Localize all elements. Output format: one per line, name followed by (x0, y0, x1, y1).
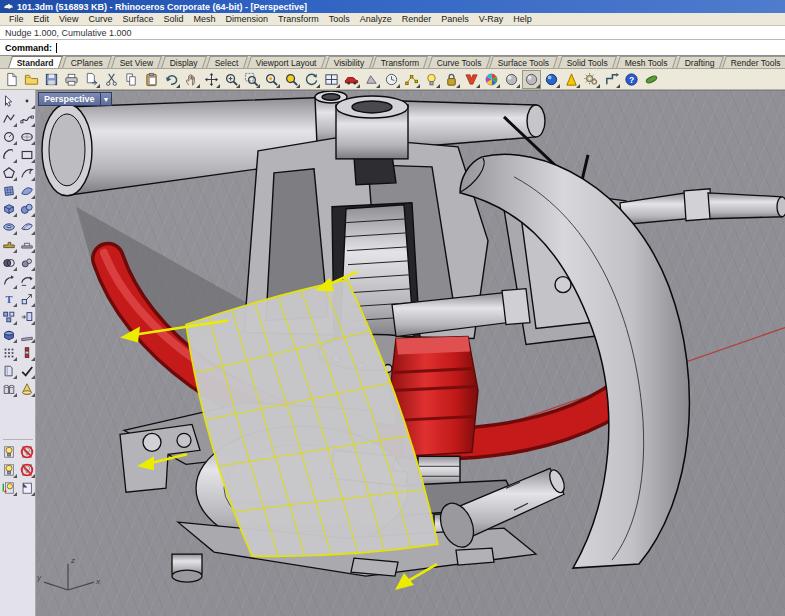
undo-button[interactable] (162, 70, 181, 89)
options-button[interactable] (582, 70, 601, 89)
new-file-button[interactable] (2, 70, 21, 89)
print-button[interactable] (62, 70, 81, 89)
render-button[interactable] (502, 70, 521, 89)
surface-from-points-button[interactable] (1, 183, 17, 199)
grasshopper-button[interactable] (642, 70, 661, 89)
menu-analyze[interactable]: Analyze (355, 14, 397, 24)
show-objects-button[interactable] (422, 70, 441, 89)
tab-transform[interactable]: Transform (372, 56, 428, 68)
sphere-button[interactable] (19, 201, 35, 217)
tab-curve-tools[interactable]: Curve Tools (428, 56, 491, 68)
hatch-button[interactable] (19, 327, 35, 343)
render-current-button[interactable] (522, 70, 541, 89)
menu-edit[interactable]: Edit (29, 14, 55, 24)
copy-to-clipboard-button[interactable] (122, 70, 141, 89)
point-grid-button[interactable] (1, 345, 17, 361)
box-button[interactable] (1, 201, 17, 217)
adjustable-curve-blend-button[interactable] (1, 273, 17, 289)
fillet-surface-button[interactable] (1, 237, 17, 253)
circle-button[interactable] (1, 129, 17, 145)
tab-set-view[interactable]: Set View (111, 56, 162, 68)
torus-button[interactable] (1, 219, 17, 235)
block-insert-button[interactable] (19, 309, 35, 325)
command-line[interactable]: Command: (0, 40, 785, 56)
tab-surface-tools[interactable]: Surface Tools (489, 56, 558, 68)
render-region-button[interactable] (562, 70, 581, 89)
cylinder-button[interactable] (1, 381, 17, 397)
cone-button[interactable] (19, 381, 35, 397)
named-views-button[interactable] (342, 70, 361, 89)
command-input[interactable] (57, 42, 780, 54)
tab-standard[interactable]: Standard (8, 56, 63, 68)
export-selected-button[interactable] (82, 70, 101, 89)
duplicate-border-button[interactable] (1, 363, 17, 379)
polyline-button[interactable] (1, 111, 17, 127)
undo-view-change-button[interactable] (302, 70, 321, 89)
tab-display[interactable]: Display (161, 56, 207, 68)
menu-render[interactable]: Render (397, 14, 437, 24)
tab-mesh-tools[interactable]: Mesh Tools (616, 56, 677, 68)
tab-viewport-layout[interactable]: Viewport Layout (247, 56, 326, 68)
save-file-button[interactable] (42, 70, 61, 89)
menu-transform[interactable]: Transform (273, 14, 324, 24)
layer-state-button[interactable] (19, 345, 35, 361)
open-file-button[interactable] (22, 70, 41, 89)
ellipse-button[interactable] (19, 129, 35, 145)
tab-solid-tools[interactable]: Solid Tools (558, 56, 617, 68)
menu-dimension[interactable]: Dimension (220, 14, 273, 24)
curve-control-points-button[interactable] (19, 111, 35, 127)
menu-tools[interactable]: Tools (324, 14, 355, 24)
rectangle-button[interactable] (19, 147, 35, 163)
surface-sweep-button[interactable] (19, 183, 35, 199)
show-selected-button[interactable] (1, 462, 17, 478)
cut-button[interactable] (102, 70, 121, 89)
viewport-menu-chevron-icon[interactable]: ▼ (100, 93, 112, 105)
menu-mesh[interactable]: Mesh (188, 14, 220, 24)
tab-visibility[interactable]: Visibility (325, 56, 373, 68)
rotate-3d-button[interactable] (19, 273, 35, 289)
object-color-button[interactable] (482, 70, 501, 89)
zoom-selected-button[interactable] (262, 70, 281, 89)
tab-cplanes[interactable]: CPlanes (62, 56, 112, 68)
zoom-window-button[interactable] (242, 70, 261, 89)
chamfer-surface-button[interactable] (19, 237, 35, 253)
menu-solid[interactable]: Solid (158, 14, 188, 24)
vray-render-button[interactable] (462, 70, 481, 89)
blend-curve-button[interactable] (19, 165, 35, 181)
text-object-button[interactable]: T (1, 291, 17, 307)
shade-view-button[interactable] (362, 70, 381, 89)
single-point-button[interactable] (19, 93, 35, 109)
hide-selected-button[interactable] (19, 462, 35, 478)
menu-curve[interactable]: Curve (83, 14, 117, 24)
tab-drafting[interactable]: Drafting (676, 56, 724, 68)
orient-button[interactable] (19, 291, 35, 307)
pan-view-button[interactable] (182, 70, 201, 89)
swap-hidden-button[interactable] (1, 480, 17, 496)
boolean-difference-button[interactable] (19, 255, 35, 271)
zoom-extents-button[interactable] (282, 70, 301, 89)
tab-render-tools[interactable]: Render Tools (722, 56, 785, 68)
show-in-detail-button[interactable] (19, 480, 35, 496)
lock-objects-button[interactable] (442, 70, 461, 89)
polygon-button[interactable] (1, 165, 17, 181)
viewport-layout-button[interactable] (322, 70, 341, 89)
block-define-button[interactable] (1, 309, 17, 325)
boolean-union-button[interactable] (1, 255, 17, 271)
paste-button[interactable] (142, 70, 161, 89)
menu-file[interactable]: File (4, 14, 29, 24)
menu-view[interactable]: View (54, 14, 83, 24)
arc-button[interactable] (1, 147, 17, 163)
menu-panels[interactable]: Panels (436, 14, 474, 24)
select-button[interactable] (1, 93, 17, 109)
extrude-solid-button[interactable] (1, 327, 17, 343)
help-button[interactable]: ? (622, 70, 641, 89)
menu-surface[interactable]: Surface (117, 14, 158, 24)
menu-help[interactable]: Help (508, 14, 537, 24)
set-view-button[interactable] (382, 70, 401, 89)
move-button[interactable] (202, 70, 221, 89)
tab-select[interactable]: Select (206, 56, 248, 68)
control-points-on-button[interactable] (402, 70, 421, 89)
viewport-title-tab[interactable]: Perspective ▼ (38, 92, 112, 106)
hide-objects-button[interactable] (19, 444, 35, 460)
check-objects-button[interactable] (19, 363, 35, 379)
